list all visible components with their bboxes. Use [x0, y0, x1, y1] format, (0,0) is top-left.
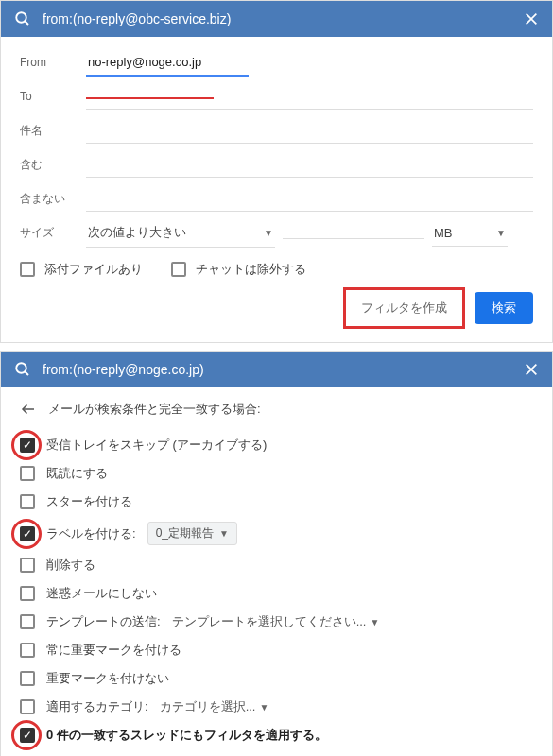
category-select[interactable]: カテゴリを選択... ▼: [160, 698, 269, 715]
option-label: 既読にする: [46, 465, 108, 482]
filter-option-row: 削除する: [20, 551, 533, 579]
filter-option-row: 迷惑メールにしない: [20, 579, 533, 608]
option-checkbox[interactable]: [20, 614, 35, 629]
exclude-chat-label: チャットは除外する: [196, 261, 306, 278]
filter-option-row: 受信トレイをスキップ (アーカイブする): [20, 431, 533, 459]
back-arrow-icon[interactable]: [20, 401, 37, 418]
option-checkbox[interactable]: [20, 671, 35, 686]
option-label: 0 件の一致するスレッドにもフィルタを適用する。: [46, 727, 327, 744]
search-filter-panel: from:(no-reply@obc-service.biz) From To …: [0, 0, 553, 343]
include-label: 含む: [20, 157, 86, 173]
option-checkbox[interactable]: [20, 466, 35, 481]
size-value-input[interactable]: [283, 227, 424, 239]
exclude-label: 含まない: [20, 191, 86, 207]
has-attachment-checkbox[interactable]: [20, 262, 35, 277]
exclude-input[interactable]: [86, 185, 533, 212]
search-icon: [14, 10, 31, 27]
filter-option-row: テンプレートの送信: テンプレートを選択してください... ▼: [20, 608, 533, 636]
filter-option-row: 適用するカテゴリ: カテゴリを選択... ▼: [20, 693, 533, 721]
template-select[interactable]: テンプレートを選択してください... ▼: [172, 613, 380, 630]
subject-input[interactable]: [86, 117, 533, 144]
size-unit-select[interactable]: MB ▼: [432, 220, 508, 247]
svg-line-5: [25, 371, 28, 375]
filter-actions-panel: from:(no-reply@noge.co.jp) メールが検索条件と完全一致…: [0, 351, 553, 756]
option-checkbox[interactable]: [20, 494, 35, 509]
to-label: To: [20, 90, 86, 103]
svg-line-1: [25, 21, 28, 25]
filter-option-row: 常に重要マークを付ける: [20, 636, 533, 664]
filter-option-row: スターを付ける: [20, 488, 533, 516]
highlight-box: フィルタを作成: [343, 287, 465, 329]
option-label: 重要マークを付けない: [46, 670, 169, 687]
filter-option-row: 既読にする: [20, 459, 533, 488]
filter-option-row: ラベルを付ける:0_定期報告▼: [20, 516, 533, 551]
option-label: 削除する: [46, 557, 95, 574]
chevron-down-icon: ▼: [370, 617, 379, 627]
search-button[interactable]: 検索: [475, 292, 533, 324]
option-checkbox[interactable]: [20, 728, 35, 743]
option-checkbox[interactable]: [20, 558, 35, 573]
filter-query-text: from:(no-reply@noge.co.jp): [43, 362, 524, 377]
option-label: テンプレートの送信:: [46, 613, 161, 630]
filter-header: from:(no-reply@noge.co.jp): [1, 352, 552, 387]
option-checkbox[interactable]: [20, 699, 35, 714]
size-label: サイズ: [20, 225, 86, 241]
close-icon[interactable]: [524, 362, 539, 377]
include-input[interactable]: [86, 151, 533, 178]
has-attachment-label: 添付ファイルあり: [44, 261, 143, 278]
filter-option-row: 0 件の一致するスレッドにもフィルタを適用する。: [20, 721, 533, 749]
size-operator-value: 次の値より大きい: [88, 224, 186, 241]
option-checkbox[interactable]: [20, 643, 35, 658]
option-label: 常に重要マークを付ける: [46, 642, 181, 659]
chevron-down-icon: ▼: [259, 702, 268, 713]
svg-point-0: [16, 12, 26, 23]
chevron-down-icon: ▼: [264, 228, 273, 238]
chevron-down-icon: ▼: [219, 528, 229, 539]
create-filter-button[interactable]: フィルタを作成: [348, 292, 460, 324]
chevron-down-icon: ▼: [496, 228, 506, 238]
size-operator-select[interactable]: 次の値より大きい ▼: [86, 218, 275, 248]
search-icon: [14, 361, 31, 378]
close-icon[interactable]: [524, 11, 539, 26]
option-checkbox[interactable]: [20, 438, 35, 453]
svg-point-4: [16, 363, 26, 373]
from-input[interactable]: [86, 49, 249, 77]
option-label: スターを付ける: [46, 493, 132, 510]
search-header: from:(no-reply@obc-service.biz): [1, 1, 552, 37]
search-query-text: from:(no-reply@obc-service.biz): [43, 11, 524, 26]
size-unit-value: MB: [434, 226, 453, 240]
option-label: 受信トレイをスキップ (アーカイブする): [46, 437, 267, 454]
option-checkbox[interactable]: [20, 526, 35, 541]
option-checkbox[interactable]: [20, 586, 35, 601]
subject-label: 件名: [20, 123, 86, 139]
option-label: ラベルを付ける:: [46, 525, 136, 542]
option-label: 適用するカテゴリ:: [46, 698, 148, 715]
filter-match-heading: メールが検索条件と完全一致する場合:: [48, 401, 261, 418]
highlight-underline: [86, 97, 214, 99]
exclude-chat-checkbox[interactable]: [171, 262, 186, 277]
filter-option-row: 重要マークを付けない: [20, 664, 533, 693]
label-select[interactable]: 0_定期報告▼: [147, 522, 237, 545]
from-label: From: [20, 56, 86, 69]
option-label: 迷惑メールにしない: [46, 585, 157, 602]
filter-form: From To 件名 含む 含まない サイズ 次の値より大きい: [1, 37, 552, 342]
